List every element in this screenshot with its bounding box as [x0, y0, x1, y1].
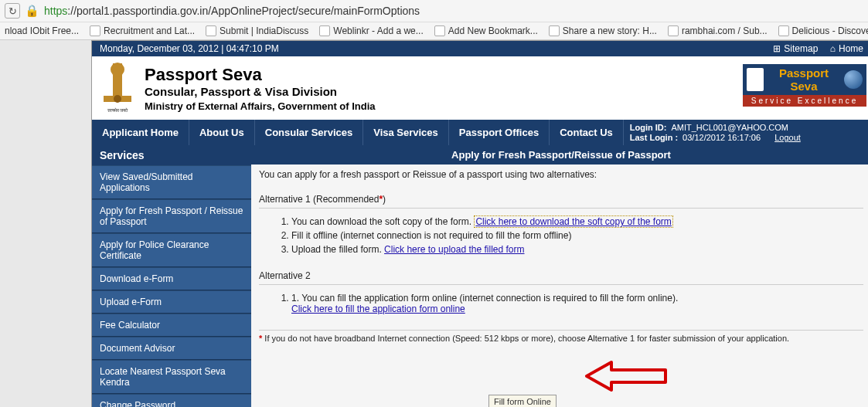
bookmark-item[interactable]: Weblinkr - Add a we...	[319, 25, 424, 36]
header-titles: Passport Seva Consular, Passport & Visa …	[145, 65, 376, 112]
lock-icon: 🔒	[25, 4, 39, 18]
page-icon	[549, 25, 560, 36]
upload-form-link[interactable]: Click here to upload the filled form	[384, 244, 524, 255]
url-path: ://portal1.passportindia.gov.in/AppOnlin…	[67, 5, 420, 17]
logout-link[interactable]: Logout	[774, 133, 801, 142]
page-icon	[778, 25, 789, 36]
passport-seva-banner: PassportSeva Service Excellence	[743, 64, 866, 107]
sidebar-item-download-eform[interactable]: Download e-Form	[92, 267, 251, 290]
page-icon	[668, 25, 679, 36]
services-sidebar: Services View Saved/Submitted Applicatio…	[92, 145, 251, 407]
bookmarks-bar: nload IObit Free... Recruitment and Lat.…	[0, 22, 868, 39]
alt1-title: Alternative 1 (Recommended*)	[259, 191, 863, 209]
mini-emblem-icon	[747, 68, 764, 91]
main-panel-header: Apply for Fresh Passport/Reissue of Pass…	[251, 145, 868, 164]
bookmark-item[interactable]: nload IObit Free...	[5, 25, 79, 36]
svg-point-1	[111, 63, 124, 76]
nav-about-us[interactable]: About Us	[189, 120, 255, 145]
login-id-label: Login ID:	[630, 123, 667, 132]
page-icon	[206, 25, 216, 36]
bookmark-item[interactable]: rambhai.com / Sub...	[668, 25, 768, 36]
site-subtitle: Consular, Passport & Visa Division	[145, 85, 376, 98]
annotation-arrow-icon	[580, 361, 673, 399]
login-id-value: AMIT_HCL001@YAHOO.COM	[671, 123, 788, 132]
intro-text: You can apply for a fresh passport or Re…	[259, 169, 863, 180]
content-row: Services View Saved/Submitted Applicatio…	[92, 145, 868, 407]
svg-point-3	[114, 95, 121, 103]
main-panel: Apply for Fresh Passport/Reissue of Pass…	[251, 145, 868, 407]
fill-online-link[interactable]: Click here to fill the application form …	[291, 304, 465, 314]
topbar-right: ⊞Sitemap ⌂Home	[764, 43, 863, 54]
sidebar-header: Services	[92, 145, 251, 165]
browser-chrome: ↻ 🔒 https://portal1.passportindia.gov.in…	[0, 0, 868, 40]
top-info-bar: Monday, December 03, 2012 | 04:47:10 PM …	[92, 41, 868, 56]
url-text[interactable]: https://portal1.passportindia.gov.in/App…	[44, 5, 420, 17]
sidebar-item-fee-calculator[interactable]: Fee Calculator	[92, 314, 251, 337]
alt2-title: Alternative 2	[259, 267, 863, 285]
site-title: Passport Seva	[145, 65, 376, 85]
main-nav: Applicant Home About Us Consular Service…	[92, 120, 868, 145]
nav-passport-offices[interactable]: Passport Offices	[449, 120, 550, 145]
bookmark-item[interactable]: Add New Bookmark...	[434, 25, 538, 36]
last-login-value: 03/12/2012 16:17:06	[682, 133, 761, 142]
banner-label: PassportSeva	[764, 66, 844, 93]
sidebar-item-locate-psk[interactable]: Locate Nearest Passport Seva Kendra	[92, 360, 251, 394]
page-container: Monday, December 03, 2012 | 04:47:10 PM …	[91, 40, 868, 407]
page-icon	[319, 25, 330, 36]
bookmark-item[interactable]: Share a new story: H...	[549, 25, 657, 36]
nav-contact-us[interactable]: Contact Us	[550, 120, 624, 145]
fill-form-tooltip: Fill form Online	[488, 395, 557, 407]
home-icon: ⌂	[830, 43, 836, 54]
sidebar-item-apply-pcc[interactable]: Apply for Police Clearance Certificate	[92, 233, 251, 267]
alt1-step2: Fill it offline (internet connection is …	[291, 229, 863, 243]
sidebar-item-document-advisor[interactable]: Document Advisor	[92, 337, 251, 360]
alt1-step3: Upload the filled form. Click here to up…	[291, 243, 863, 256]
home-link[interactable]: ⌂Home	[830, 43, 863, 54]
datetime-text: Monday, December 03, 2012 | 04:47:10 PM	[100, 43, 279, 54]
reload-button[interactable]: ↻	[5, 3, 20, 19]
nav-consular-services[interactable]: Consular Services	[255, 120, 363, 145]
sidebar-item-view-saved[interactable]: View Saved/Submitted Applications	[92, 165, 251, 199]
nav-login-info: Login ID:AMIT_HCL001@YAHOO.COM Last Logi…	[624, 120, 868, 145]
download-form-link[interactable]: Click here to download the soft copy of …	[474, 215, 672, 228]
site-ministry: Ministry of External Affairs, Government…	[145, 100, 376, 112]
url-bar: ↻ 🔒 https://portal1.passportindia.gov.in…	[0, 0, 868, 22]
url-scheme: https	[44, 5, 67, 17]
site-header: सत्यमेव जयते Passport Seva Consular, Pas…	[92, 56, 868, 120]
main-panel-body: You can apply for a fresh passport or Re…	[251, 164, 868, 348]
bookmark-item[interactable]: Submit | IndiaDiscuss	[206, 25, 308, 36]
page-icon	[90, 25, 100, 36]
alt2-steps: 1. You can fill the application form onl…	[291, 291, 863, 316]
page-icon	[434, 25, 445, 36]
bookmark-item[interactable]: Delicious - Discover▸	[778, 25, 868, 36]
alt1-step1: You can download the soft copy of the fo…	[291, 215, 863, 229]
sitemap-icon: ⊞	[773, 43, 781, 54]
sidebar-item-change-password[interactable]: Change Password	[92, 394, 251, 407]
bookmark-item[interactable]: Recruitment and Lat...	[90, 25, 195, 36]
sidebar-item-apply-fresh[interactable]: Apply for Fresh Passport / Reissue of Pa…	[92, 199, 251, 233]
nav-visa-services[interactable]: Visa Services	[363, 120, 449, 145]
sitemap-link[interactable]: ⊞Sitemap	[773, 43, 818, 54]
sidebar-item-upload-eform[interactable]: Upload e-Form	[92, 290, 251, 314]
alt1-steps: You can download the soft copy of the fo…	[291, 215, 863, 256]
last-login-label: Last Login :	[630, 133, 678, 142]
banner-tagline: Service Excellence	[743, 95, 866, 107]
alt2-step1: 1. You can fill the application form onl…	[291, 291, 863, 316]
globe-icon	[844, 70, 863, 89]
nav-applicant-home[interactable]: Applicant Home	[92, 120, 189, 145]
footnote: * If you do not have broadband Internet …	[259, 330, 863, 343]
national-emblem-icon: सत्यमेव जयते	[98, 61, 137, 115]
svg-text:सत्यमेव जयते: सत्यमेव जयते	[107, 107, 129, 113]
